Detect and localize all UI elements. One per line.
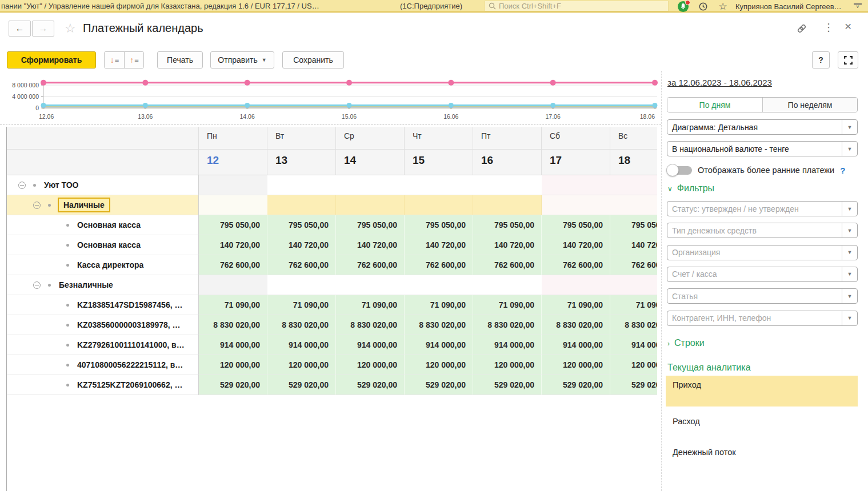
sort-descending-icon[interactable]: ↓≡	[105, 52, 124, 68]
table-cell[interactable]: 762 600,00	[405, 255, 473, 275]
show-earlier-payments-toggle[interactable]	[667, 166, 692, 175]
table-cell[interactable]: 914 000,00	[267, 335, 336, 355]
by-days-tab[interactable]: По дням	[667, 98, 762, 112]
table-cell[interactable]	[405, 175, 473, 195]
table-cell[interactable]: 120 000,00	[336, 355, 405, 375]
forward-button[interactable]: →	[32, 21, 54, 37]
analytics-item-2[interactable]: Расход	[666, 412, 858, 434]
favorites-star-icon[interactable]: ☆	[716, 0, 730, 13]
table-row[interactable]: 40710800056222215112, в…120 000,00120 00…	[7, 355, 657, 375]
table-cell[interactable]: 140 720,00	[199, 235, 267, 255]
toggle-help-icon[interactable]: ?	[840, 166, 845, 175]
current-user[interactable]: Куприянов Василий Сергеев…	[735, 2, 842, 11]
table-cell[interactable]	[542, 175, 610, 195]
table-row[interactable]: Касса директора762 600,00762 600,00762 6…	[7, 255, 657, 275]
table-cell[interactable]: 762 600,00	[267, 255, 336, 275]
table-cell[interactable]: 140 720,00	[473, 235, 542, 255]
table-row[interactable]: KZ18385147SD15987456, …71 090,0071 090,0…	[7, 295, 657, 315]
table-row[interactable]: Основная касса140 720,00140 720,00140 72…	[7, 235, 657, 255]
table-cell[interactable]: 529 020,00	[336, 375, 405, 395]
table-cell[interactable]	[336, 175, 405, 195]
filters-section-header[interactable]: ∨Фильтры	[667, 183, 714, 194]
add-favorite-star-icon[interactable]: ☆	[65, 21, 76, 36]
table-cell[interactable]: 8 830 020,00	[473, 315, 542, 335]
table-cell[interactable]: 71 090,00	[336, 295, 405, 315]
table-cell[interactable]	[610, 195, 657, 215]
payment-calendar-chart[interactable]: 04 000 0008 000 00012.0613.0614.0615.061…	[3, 74, 659, 123]
collapse-row-icon[interactable]	[33, 281, 41, 289]
table-cell[interactable]	[199, 275, 267, 295]
table-cell[interactable]: 8 830 020,00	[336, 315, 405, 335]
table-cell[interactable]: 71 090,00	[199, 295, 267, 315]
collapse-panel-icon[interactable]: ˅	[853, 2, 863, 11]
table-cell[interactable]	[405, 275, 473, 295]
table-cell[interactable]: 71 090,00	[405, 295, 473, 315]
table-cell[interactable]: 795 050,00	[336, 215, 405, 235]
row-label-cell[interactable]: 40710800056222215112, в…	[7, 355, 199, 375]
table-cell[interactable]: 529 020,00	[405, 375, 473, 395]
table-cell[interactable]	[267, 195, 336, 215]
rows-section-header[interactable]: ›Строки	[667, 338, 705, 348]
table-cell[interactable]: 795 050,00	[473, 215, 542, 235]
table-cell[interactable]: 529 020,00	[267, 375, 336, 395]
table-row[interactable]: Основная касса795 050,00795 050,00795 05…	[7, 215, 657, 235]
table-cell[interactable]: 529 020,00	[473, 375, 542, 395]
close-icon[interactable]: ×	[845, 21, 851, 32]
row-label-cell[interactable]: Касса директора	[7, 255, 199, 275]
table-cell[interactable]: 120 000,00	[542, 355, 610, 375]
column-header-day[interactable]: Пн	[199, 127, 267, 150]
chart-table-splitter[interactable]	[0, 124, 661, 125]
filter-select-5[interactable]: Статья▼	[667, 288, 858, 304]
global-search-input[interactable]: Поиск Ctrl+Shift+F	[485, 1, 669, 11]
row-label-cell[interactable]: Уют ТОО	[7, 175, 199, 195]
group-row[interactable]: Уют ТОО	[7, 175, 657, 195]
table-cell[interactable]	[267, 175, 336, 195]
print-button[interactable]: Печать	[157, 51, 203, 69]
table-cell[interactable]: 914 000,00	[336, 335, 405, 355]
sidebar-splitter[interactable]	[661, 71, 662, 491]
table-cell[interactable]: 914 000,00	[610, 335, 657, 355]
table-cell[interactable]: 8 830 020,00	[199, 315, 267, 335]
row-label-cell[interactable]: Основная касса	[7, 215, 199, 235]
table-cell[interactable]: 8 830 020,00	[405, 315, 473, 335]
row-label-cell[interactable]: Наличные	[7, 195, 199, 215]
table-cell[interactable]: 120 000,00	[267, 355, 336, 375]
table-cell[interactable]	[405, 195, 473, 215]
table-cell[interactable]: 71 090,00	[473, 295, 542, 315]
get-link-icon[interactable]	[796, 23, 807, 37]
row-label-cell[interactable]: KZ279261001110141000, в…	[7, 335, 199, 355]
diagram-select[interactable]: Диаграмма: Детальная ▼	[667, 119, 858, 135]
column-header-day[interactable]: Пт	[473, 127, 542, 150]
table-cell[interactable]: 140 720,00	[336, 235, 405, 255]
table-cell[interactable]: 762 600,00	[473, 255, 542, 275]
table-cell[interactable]: 762 600,00	[199, 255, 267, 275]
table-cell[interactable]: 795 050,00	[405, 215, 473, 235]
table-cell[interactable]: 140 720,00	[542, 235, 610, 255]
table-cell[interactable]: 8 830 020,00	[610, 315, 657, 335]
column-header-date[interactable]: 18	[610, 150, 657, 175]
table-cell[interactable]: 71 090,00	[267, 295, 336, 315]
analytics-item-3[interactable]: Денежный поток	[666, 443, 858, 465]
table-cell[interactable]	[473, 275, 542, 295]
by-weeks-tab[interactable]: По неделям	[762, 98, 857, 112]
column-header-day[interactable]: Сб	[542, 127, 610, 150]
generate-button[interactable]: Сформировать	[7, 51, 96, 69]
chevron-down-icon[interactable]: ▼	[842, 289, 857, 303]
back-button[interactable]: ←	[9, 21, 31, 37]
table-cell[interactable]: 120 000,00	[610, 355, 657, 375]
table-cell[interactable]	[610, 275, 657, 295]
table-cell[interactable]: 762 600,00	[542, 255, 610, 275]
sort-ascending-icon[interactable]: ↑≡	[124, 52, 143, 68]
payment-calendar-table[interactable]: ПнВтСрЧтПтСбВс12131415161718Уют ТООНалич…	[6, 127, 657, 395]
column-header-date[interactable]: 15	[405, 150, 473, 175]
table-cell[interactable]: 120 000,00	[473, 355, 542, 375]
table-cell[interactable]: 914 000,00	[405, 335, 473, 355]
table-cell[interactable]	[542, 195, 610, 215]
chevron-down-icon[interactable]: ▼	[842, 311, 857, 325]
notifications-bell-icon[interactable]	[676, 0, 690, 13]
table-cell[interactable]: 795 050,00	[610, 215, 657, 235]
table-cell[interactable]	[473, 175, 542, 195]
column-header-day[interactable]: Вс	[610, 127, 657, 150]
column-header-day[interactable]: Чт	[405, 127, 473, 150]
chevron-down-icon[interactable]: ▼	[842, 267, 857, 281]
